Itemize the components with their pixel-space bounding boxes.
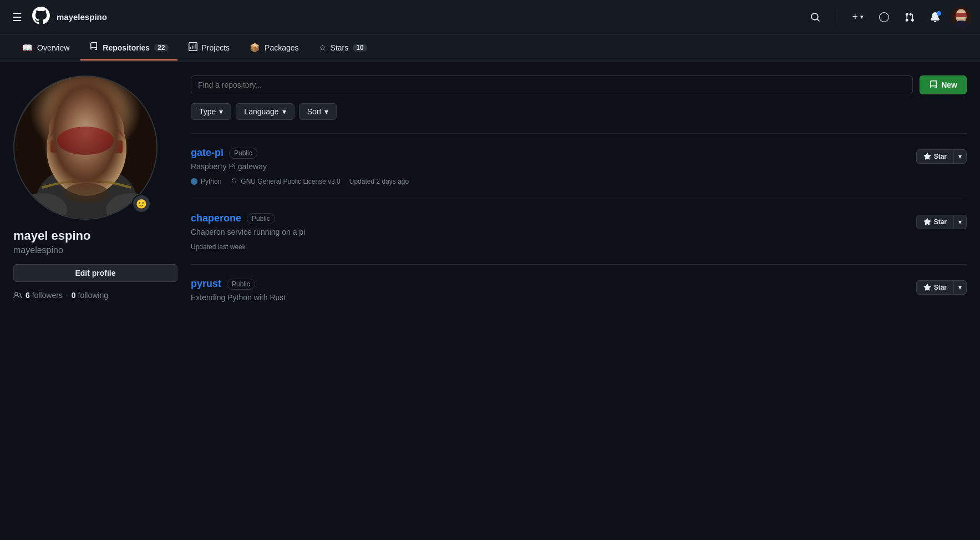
tab-projects-label: Projects — [202, 43, 230, 52]
repo-item-left: pyrust Public Extending Python with Rust — [191, 278, 916, 309]
repo-title-row: gate-pi Public — [191, 147, 916, 159]
language-chevron-icon: ▾ — [282, 107, 286, 116]
tab-repositories[interactable]: Repositories 22 — [80, 36, 177, 60]
svg-point-15 — [65, 155, 75, 163]
hamburger-menu[interactable]: ☰ — [9, 7, 26, 27]
star-button[interactable]: Star — [916, 215, 954, 229]
language-name: Python — [201, 178, 221, 185]
tab-projects[interactable]: Projects — [180, 36, 239, 60]
notification-dot — [937, 11, 941, 16]
emoji-button[interactable]: 🙂 — [132, 194, 151, 213]
notifications-button[interactable] — [926, 9, 945, 26]
repo-description: Extending Python with Rust — [191, 293, 916, 302]
star-button[interactable]: Star — [916, 149, 954, 164]
top-navigation: ☰ mayelespino + ▾ — [0, 0, 980, 34]
svg-point-19 — [17, 193, 67, 220]
tab-packages[interactable]: 📦 Packages — [241, 36, 307, 60]
repo-meta: Updated last week — [191, 243, 916, 251]
svg-point-6 — [37, 165, 136, 220]
repo-visibility-badge: Public — [229, 148, 257, 159]
emoji-icon: 🙂 — [136, 199, 147, 209]
profile-tabs: 📖 Overview Repositories 22 Projects 📦 Pa… — [0, 34, 980, 62]
sort-filter-button[interactable]: Sort ▾ — [299, 103, 337, 120]
star-dropdown-button[interactable]: ▾ — [954, 280, 967, 295]
svg-point-17 — [81, 166, 92, 174]
repo-name-gate-pi[interactable]: gate-pi — [191, 147, 224, 159]
repo-license: GNU General Public License v3.0 — [230, 178, 340, 185]
new-repo-button[interactable]: New — [920, 75, 967, 94]
chevron-down-icon: ▾ — [860, 13, 864, 21]
star-dropdown-icon: ▾ — [958, 218, 962, 226]
repo-description: Raspberry Pi gateway — [191, 162, 916, 171]
sort-filter-label: Sort — [307, 107, 322, 116]
svg-line-12 — [73, 127, 78, 149]
license-text: GNU General Public License v3.0 — [241, 178, 340, 185]
svg-rect-3 — [956, 13, 967, 17]
create-new-button[interactable]: + ▾ — [847, 8, 868, 26]
star-dropdown-button[interactable]: ▾ — [954, 149, 967, 164]
language-filter-button[interactable]: Language ▾ — [236, 103, 294, 120]
tab-repositories-label: Repositories — [103, 43, 150, 52]
svg-rect-7 — [73, 171, 100, 193]
tab-stars-label: Stars — [331, 43, 349, 52]
type-filter-button[interactable]: Type ▾ — [191, 103, 231, 120]
language-color-dot — [191, 178, 197, 185]
repo-visibility-badge: Public — [247, 213, 275, 224]
profile-handle: mayelespino — [13, 245, 177, 255]
svg-point-9 — [49, 96, 124, 168]
svg-line-11 — [67, 129, 75, 157]
tab-overview-label: Overview — [37, 43, 69, 52]
nav-divider — [836, 11, 836, 24]
nav-username: mayelespino — [57, 12, 107, 22]
star-dropdown-icon: ▾ — [958, 284, 962, 291]
followers-count: 6 followers — [26, 291, 63, 300]
repo-name-chaperone[interactable]: chaperone — [191, 213, 241, 224]
star-dropdown-button[interactable]: ▾ — [954, 215, 967, 229]
tab-overview[interactable]: 📖 Overview — [13, 36, 78, 60]
repo-item: pyrust Public Extending Python with Rust… — [191, 264, 967, 322]
star-btn-group: Star ▾ — [916, 149, 967, 164]
language-filter-label: Language — [244, 107, 278, 116]
svg-point-16 — [98, 155, 108, 163]
repo-description: Chaperon service running on a pi — [191, 228, 916, 236]
projects-icon — [189, 42, 197, 53]
search-button[interactable] — [806, 9, 825, 26]
repositories-count-badge: 22 — [154, 44, 168, 52]
repo-name-pyrust[interactable]: pyrust — [191, 278, 221, 290]
sort-chevron-icon: ▾ — [324, 107, 328, 116]
repo-search-input[interactable] — [191, 75, 913, 94]
repo-item-left: gate-pi Public Raspberry Pi gateway Pyth… — [191, 147, 916, 185]
repo-visibility-badge: Public — [227, 279, 255, 290]
user-avatar[interactable] — [951, 7, 971, 27]
stars-icon: ☆ — [319, 43, 326, 53]
svg-point-8 — [47, 102, 126, 196]
repo-item-left: chaperone Public Chaperon service runnin… — [191, 213, 916, 251]
tab-stars[interactable]: ☆ Stars 10 — [310, 36, 376, 60]
tab-packages-label: Packages — [265, 43, 298, 52]
repo-meta: Python GNU General Public License v3.0 U… — [191, 178, 916, 185]
new-repo-label: New — [941, 80, 957, 89]
packages-icon: 📦 — [250, 43, 260, 53]
filter-row: Type ▾ Language ▾ Sort ▾ — [191, 103, 967, 120]
pull-requests-button[interactable] — [900, 9, 919, 26]
following-count: 0 following — [72, 291, 108, 300]
repo-title-row: pyrust Public — [191, 278, 916, 290]
followers-info: 6 followers · 0 following — [13, 291, 177, 300]
edit-profile-button[interactable]: Edit profile — [13, 264, 177, 282]
svg-point-13 — [62, 153, 78, 164]
star-label: Star — [934, 284, 947, 291]
star-button[interactable]: Star — [916, 280, 954, 295]
type-chevron-icon: ▾ — [219, 107, 223, 116]
hamburger-icon: ☰ — [12, 11, 22, 23]
repo-search-row: New — [191, 75, 967, 94]
github-logo[interactable] — [32, 7, 50, 27]
copilot-button[interactable] — [875, 9, 893, 26]
svg-point-18 — [64, 183, 109, 203]
svg-point-14 — [95, 153, 111, 164]
repo-updated: Updated 2 days ago — [349, 178, 409, 185]
avatar-container: 🙂 — [13, 75, 158, 220]
star-btn-group: Star ▾ — [916, 280, 967, 295]
main-content: 🙂 mayel espino mayelespino Edit profile … — [0, 62, 980, 322]
right-content: New Type ▾ Language ▾ Sort ▾ — [191, 75, 967, 322]
plus-icon: + — [852, 11, 858, 23]
